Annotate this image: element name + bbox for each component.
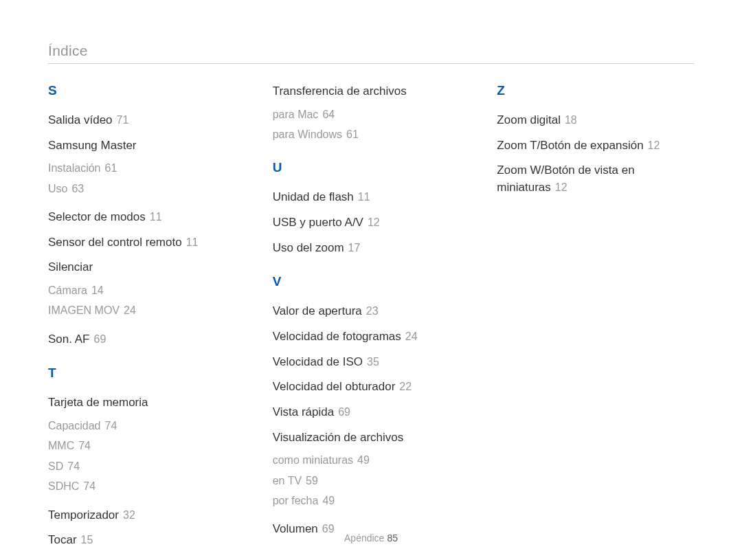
index-sub-entry: SDHC74: [48, 479, 245, 494]
index-page-number: 74: [74, 440, 91, 451]
index-entry: Velocidad de ISO35: [273, 354, 470, 371]
index-sub-entry: Capacidad74: [48, 418, 245, 434]
index-entry: Valor de apertura23: [273, 303, 470, 320]
index-entry-group: Tarjeta de memoria Capacidad74 MMC74 SD7…: [48, 394, 245, 494]
index-sub-label: MMC: [48, 440, 74, 451]
index-page-number: 49: [318, 495, 335, 506]
index-entry-label: Velocidad de fotogramas: [273, 330, 401, 343]
index-entry: Unidad de flash11: [273, 189, 470, 206]
letter-heading-v: V: [273, 274, 470, 289]
footer-section: Apéndice: [344, 533, 384, 544]
index-page-number: 63: [67, 183, 84, 194]
index-sub-label: Cámara: [48, 284, 87, 296]
letter-heading-s: S: [48, 83, 245, 98]
index-page-number: 11: [146, 211, 162, 223]
index-page-number: 14: [87, 284, 104, 296]
index-sub-entry: Instalación61: [48, 161, 245, 176]
index-page-number: 61: [101, 162, 117, 174]
index-sub-entry: para Mac64: [273, 107, 470, 122]
index-entry: Samsung Master: [48, 137, 245, 155]
index-page-number: 23: [362, 305, 379, 317]
index-entry: Zoom W/Botón de vista en miniaturas12: [497, 162, 694, 196]
index-sub-entry: como miniaturas49: [273, 453, 470, 468]
index-page-number: 35: [363, 356, 379, 368]
index-entry: Sensor del control remoto11: [48, 234, 245, 251]
index-entry-label: Zoom digital: [497, 113, 561, 126]
page-title: Índice: [48, 43, 694, 59]
title-divider: [48, 63, 694, 64]
index-sub-label: Instalación: [48, 162, 101, 174]
index-entry: Son. AF69: [48, 331, 245, 348]
index-entry-label: Salida vídeo: [48, 113, 113, 126]
index-page-number: 32: [119, 509, 135, 521]
index-entry: Visualización de archivos: [273, 429, 470, 447]
index-sub-label: SD: [48, 460, 63, 472]
index-page-number: 49: [353, 454, 370, 466]
index-entry: Velocidad de fotogramas24: [273, 328, 470, 346]
index-entry-label: Vista rápida: [273, 405, 334, 418]
index-page-number: 69: [334, 406, 350, 418]
index-sub-entry: en TV59: [273, 473, 470, 489]
index-entry-label: Velocidad del obturador: [273, 380, 396, 393]
index-page-number: 64: [318, 109, 335, 120]
index-page-number: 74: [63, 460, 80, 472]
index-entry: Tarjeta de memoria: [48, 394, 245, 412]
index-sub-label: para Windows: [273, 128, 342, 140]
index-page-number: 74: [101, 420, 117, 432]
index-sub-label: IMAGEN MOV: [48, 304, 120, 316]
index-entry-label: Unidad de flash: [273, 190, 354, 203]
index-entry-group: Samsung Master Instalación61 Uso63: [48, 137, 245, 197]
index-page-number: 11: [182, 236, 199, 248]
index-sub-label: para Mac: [273, 109, 319, 120]
footer-page-number: 85: [384, 533, 398, 544]
index-entry: Transferencia de archivos: [273, 83, 470, 100]
index-page-number: 17: [344, 242, 361, 254]
index-sub-entry: SD74: [48, 459, 245, 474]
index-page-number: 59: [302, 475, 318, 486]
index-page-number: 18: [561, 114, 577, 126]
index-page-number: 69: [89, 333, 106, 345]
index-entry-label: Velocidad de ISO: [273, 355, 363, 368]
index-sub-entry: Uso63: [48, 181, 245, 197]
index-sub-label: SDHC: [48, 480, 79, 492]
index-page-number: 61: [342, 128, 359, 140]
index-sub-entry: MMC74: [48, 438, 245, 453]
letter-heading-z: Z: [497, 83, 694, 98]
index-page-number: 24: [120, 304, 136, 316]
index-entry: Vista rápida69: [273, 404, 470, 421]
index-page-number: 22: [395, 381, 412, 392]
letter-heading-u: U: [273, 160, 470, 175]
index-sub-label: en TV: [273, 475, 302, 486]
index-page-number: 74: [79, 480, 95, 492]
index-entry: Salida vídeo71: [48, 112, 245, 129]
index-entry: Selector de modos11: [48, 209, 245, 226]
index-entry-label: Zoom T/Botón de expansión: [497, 139, 643, 152]
index-column-3: Z Zoom digital18 Zoom T/Botón de expansi…: [497, 83, 694, 560]
index-sub-label: Capacidad: [48, 420, 101, 432]
index-entry-label: Valor de apertura: [273, 304, 362, 317]
index-entry: USB y puerto A/V12: [273, 214, 470, 232]
index-sub-label: como miniaturas: [273, 454, 353, 466]
index-entry-label: Selector de modos: [48, 210, 146, 223]
index-entry: Zoom T/Botón de expansión12: [497, 137, 694, 155]
index-entry-group: Silenciar Cámara14 IMAGEN MOV24: [48, 259, 245, 318]
index-entry: Tono de color56: [48, 557, 245, 560]
index-sub-label: Uso: [48, 183, 67, 194]
index-sub-entry: Cámara14: [48, 283, 245, 298]
index-entry-label: Son. AF: [48, 333, 89, 346]
index-page-number: 11: [354, 191, 370, 203]
index-entry: Velocidad del obturador22: [273, 379, 470, 396]
page-footer: Apéndice85: [0, 533, 742, 544]
index-column-1: S Salida vídeo71 Samsung Master Instalac…: [48, 83, 245, 560]
index-columns: S Salida vídeo71 Samsung Master Instalac…: [48, 83, 694, 560]
index-entry-label: Uso del zoom: [273, 241, 344, 254]
index-entry: Zoom digital18: [497, 112, 694, 129]
index-page-number: 12: [363, 216, 380, 228]
index-entry-label: Sensor del control remoto: [48, 236, 182, 249]
index-entry-group: Transferencia de archivos para Mac64 par…: [273, 83, 470, 142]
index-entry-group: Visualización de archivos como miniatura…: [273, 429, 470, 509]
index-entry-label: USB y puerto A/V: [273, 216, 363, 229]
index-entry: Silenciar: [48, 259, 245, 276]
index-page-number: 24: [401, 331, 418, 342]
index-sub-entry: por fecha49: [273, 493, 470, 508]
